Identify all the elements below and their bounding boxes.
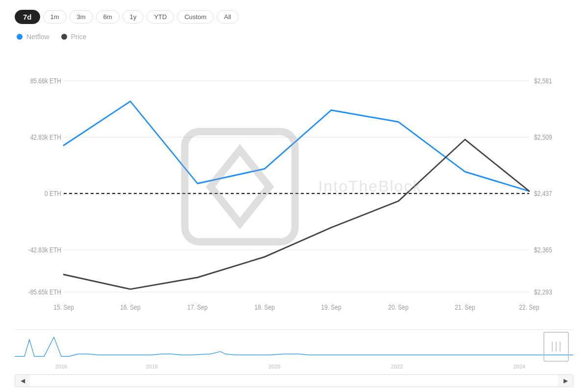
svg-text:2018: 2018 [146, 364, 158, 369]
time-btn-1m[interactable]: 1m [43, 10, 67, 24]
main-container: 7d1m3m6m1yYTDCustomAll Netflow Price Int… [0, 0, 588, 392]
svg-rect-25 [15, 330, 573, 373]
price-dot [61, 34, 67, 40]
svg-text:16. Sep: 16. Sep [120, 303, 140, 311]
scroll-controls: ◀ ▶ [15, 374, 573, 387]
price-label: Price [71, 33, 87, 41]
svg-text:15. Sep: 15. Sep [53, 303, 74, 311]
time-btn-ytd[interactable]: YTD [147, 10, 174, 24]
legend-netflow: Netflow [17, 33, 49, 41]
svg-text:21. Sep: 21. Sep [455, 303, 475, 311]
time-btn-6m[interactable]: 6m [96, 10, 120, 24]
chart-wrapper: IntoTheBlock 85.66k ETH 42.83k ETH 0 ETH… [15, 46, 573, 387]
svg-text:$2,365: $2,365 [534, 246, 552, 254]
time-btn-1y[interactable]: 1y [122, 10, 144, 24]
svg-text:$2,293: $2,293 [534, 288, 552, 296]
svg-text:20. Sep: 20. Sep [388, 303, 408, 311]
netflow-label: Netflow [26, 33, 49, 41]
svg-text:$2,581: $2,581 [534, 77, 552, 85]
svg-text:17. Sep: 17. Sep [187, 303, 207, 311]
main-chart-svg: 85.66k ETH 42.83k ETH 0 ETH -42.83k ETH … [15, 46, 573, 327]
legend: Netflow Price [15, 33, 573, 41]
scroll-track[interactable] [30, 374, 558, 387]
svg-text:2016: 2016 [55, 364, 67, 369]
svg-text:85.66k ETH: 85.66k ETH [30, 77, 61, 85]
svg-text:-42.83k ETH: -42.83k ETH [28, 246, 61, 254]
svg-text:42.83k ETH: 42.83k ETH [30, 133, 61, 141]
legend-price: Price [61, 33, 87, 41]
svg-text:19. Sep: 19. Sep [321, 303, 341, 311]
svg-text:$2,509: $2,509 [534, 133, 552, 141]
mini-chart-svg: 2016 2018 2020 2022 2024 [15, 330, 573, 373]
netflow-dot [17, 34, 23, 40]
time-btn-3m[interactable]: 3m [70, 10, 93, 24]
svg-text:2024: 2024 [514, 364, 525, 369]
main-chart-area: IntoTheBlock 85.66k ETH 42.83k ETH 0 ETH… [15, 46, 573, 327]
svg-text:22. Sep: 22. Sep [519, 303, 539, 311]
scroll-left-button[interactable]: ◀ [15, 374, 30, 387]
svg-text:18. Sep: 18. Sep [254, 303, 274, 311]
svg-text:0 ETH: 0 ETH [45, 190, 61, 197]
svg-text:2020: 2020 [269, 364, 280, 369]
svg-text:-85.65k ETH: -85.65k ETH [28, 288, 61, 296]
svg-text:2022: 2022 [391, 364, 403, 369]
time-controls: 7d1m3m6m1yYTDCustomAll [15, 10, 573, 24]
time-btn-custom[interactable]: Custom [177, 10, 214, 24]
scroll-right-button[interactable]: ▶ [558, 374, 573, 387]
time-btn-all[interactable]: All [217, 10, 238, 24]
time-btn-7d[interactable]: 7d [15, 10, 40, 24]
svg-text:$2,437: $2,437 [534, 190, 552, 197]
mini-chart-container: 2016 2018 2020 2022 2024 [15, 329, 573, 373]
